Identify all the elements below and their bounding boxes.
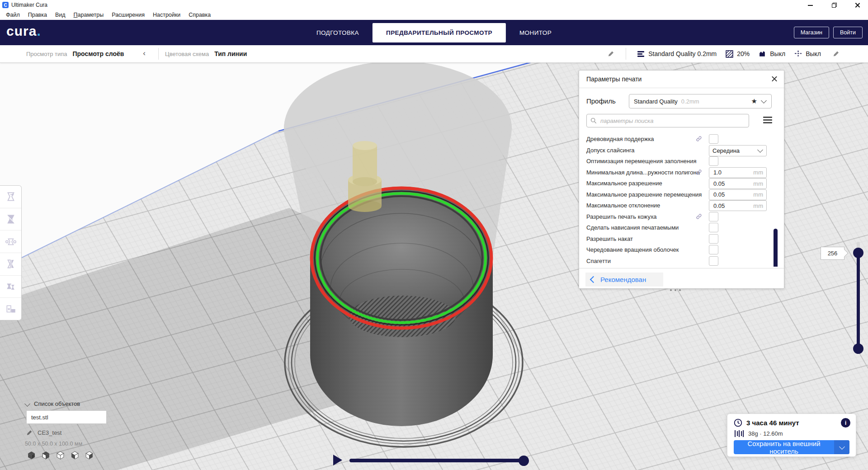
info-icon[interactable]: i [841, 418, 850, 428]
profile-summary[interactable]: Standard Quality 0.2mm [648, 50, 717, 57]
chevron-down-icon [839, 444, 845, 450]
minimize-icon[interactable] [807, 2, 814, 8]
setting-row: Максимальное разрешение mm [579, 178, 784, 189]
menu-bar: Файл Правка Вид Параметры Расширения Нас… [0, 10, 868, 20]
hamburger-icon[interactable] [763, 117, 772, 125]
view-top-icon[interactable] [56, 451, 65, 460]
tab-preview[interactable]: ПРЕДВАРИТЕЛЬНЫЙ ПРОСМОТР [373, 23, 506, 42]
menu-extensions[interactable]: Расширения [108, 12, 149, 18]
pencil-icon [26, 429, 33, 436]
printer-name-row[interactable]: CE3_test [26, 429, 61, 436]
print-time: 3 часа 46 минут [746, 419, 799, 427]
panel-resize-handle[interactable] [670, 289, 681, 291]
per-model-settings-icon[interactable] [0, 276, 21, 298]
view-type-dropdown[interactable]: Просмотр слоёв [72, 50, 124, 57]
object-list-item[interactable] [26, 410, 107, 424]
setting-row: Разрешить печать кожуха [579, 212, 784, 223]
alternate-skin-rotation-checkbox[interactable] [709, 245, 718, 254]
view-right-icon[interactable] [85, 451, 94, 460]
settings-scrollbar[interactable] [774, 229, 778, 267]
setting-row: Разрешить накат [579, 234, 784, 245]
model-dimensions: 50.0 x 50.0 x 100.0 мм [25, 441, 82, 447]
view-left-icon[interactable] [71, 451, 79, 460]
profile-label: Профиль [586, 97, 616, 105]
tree-support-checkbox[interactable] [709, 134, 718, 144]
view-3d-icon[interactable] [27, 451, 36, 460]
pencil-icon[interactable] [608, 50, 615, 57]
menu-file[interactable]: Файл [2, 12, 24, 18]
clock-icon [734, 418, 742, 427]
support-blocker-icon[interactable] [0, 298, 21, 320]
scale-tool-icon[interactable] [0, 208, 21, 231]
panel-header: Параметры печати [579, 70, 784, 88]
layer-slider-lower-handle[interactable] [853, 343, 863, 354]
mirror-tool-icon[interactable] [0, 253, 21, 276]
layer-slider-track[interactable] [857, 251, 860, 350]
setting-row: Допуск слайсинга Середина [579, 145, 784, 156]
search-icon [590, 118, 597, 124]
coasting-checkbox[interactable] [709, 234, 718, 244]
min-polygon-circumference-field[interactable]: mm [709, 167, 767, 178]
make-overhang-printable-checkbox[interactable] [709, 223, 718, 232]
material-usage: 38g · 12.60m [748, 430, 783, 437]
menu-edit[interactable]: Правка [24, 12, 51, 18]
play-icon[interactable] [333, 455, 342, 465]
support-icon [759, 50, 766, 57]
star-icon[interactable]: ★ [751, 97, 757, 105]
max-travel-resolution-field[interactable]: mm [709, 189, 767, 200]
slicing-tolerance-dropdown[interactable]: Середина [709, 145, 767, 156]
support-summary[interactable]: Выкл [770, 50, 785, 57]
layer-slider-upper-handle[interactable] [853, 248, 863, 258]
draft-shield-checkbox[interactable] [709, 212, 718, 221]
simulation-slider-handle[interactable] [519, 456, 529, 466]
link-icon [696, 169, 702, 175]
rotate-tool-icon[interactable] [0, 230, 21, 253]
window-titlebar: C Ultimaker Cura [0, 0, 868, 10]
link-icon [696, 213, 702, 220]
object-name-field[interactable] [27, 414, 104, 421]
model-cylinder[interactable] [310, 187, 493, 426]
tool-panel [0, 185, 22, 320]
spaghetti-checkbox[interactable] [709, 256, 718, 266]
color-scheme-label: Цветовая схема [165, 51, 209, 57]
chevron-down-icon [24, 401, 30, 407]
adhesion-summary[interactable]: Выкл [806, 50, 821, 57]
tab-monitor[interactable]: МОНИТОР [506, 20, 565, 45]
settings-search[interactable] [586, 114, 749, 127]
infill-summary[interactable]: 20% [737, 50, 750, 57]
infill-travel-optimization-checkbox[interactable] [709, 156, 718, 166]
profile-dropdown[interactable]: Standard Quality 0.2mm ★ [629, 94, 772, 108]
view-front-icon[interactable] [42, 451, 50, 460]
layer-number-badge: 256 [821, 247, 844, 260]
max-resolution-field[interactable]: mm [709, 178, 767, 189]
menu-view[interactable]: Вид [51, 12, 70, 18]
pencil-icon[interactable] [833, 50, 840, 57]
max-deviation-field[interactable]: mm [709, 200, 767, 211]
setting-row: Максимальное разрешение перемещения mm [579, 189, 784, 201]
search-input[interactable] [599, 117, 737, 125]
recommended-mode-link[interactable]: Рекомендован [585, 273, 663, 287]
close-icon[interactable] [771, 75, 778, 82]
main-header: cura. ПОДГОТОВКА ПРЕДВАРИТЕЛЬНЫЙ ПРОСМОТ… [0, 20, 868, 45]
move-tool-icon[interactable] [0, 186, 21, 208]
simulation-slider-track[interactable] [349, 459, 525, 462]
menu-help[interactable]: Справка [184, 12, 215, 18]
tab-prepare[interactable]: ПОДГОТОВКА [303, 20, 373, 45]
chevron-left-icon [590, 276, 597, 283]
save-options-dropdown[interactable] [834, 440, 849, 454]
close-icon[interactable] [854, 2, 861, 8]
setting-row: Древовидная поддержка [579, 134, 784, 145]
view-type-label: Просмотр типа [26, 51, 67, 57]
object-list-toggle[interactable]: Список объектов [25, 400, 80, 407]
color-scheme-dropdown[interactable]: Тип линии [214, 50, 247, 57]
save-to-removable-button[interactable]: Сохранить на внешний носитель [734, 440, 849, 454]
menu-settings[interactable]: Параметры [70, 12, 108, 18]
menu-preferences[interactable]: Настройки [149, 12, 184, 18]
print-job-panel: 3 часа 46 минут i 38g · 12.60m Сохранить… [727, 414, 856, 457]
sign-in-button[interactable]: Войти [833, 27, 863, 38]
camera-view-presets [27, 451, 94, 460]
collapse-chevron-icon[interactable]: ‹ [143, 49, 146, 58]
marketplace-button[interactable]: Магазин [794, 27, 829, 38]
restore-icon[interactable] [831, 2, 837, 8]
setting-row: Сделать нависания печатаемыми [579, 222, 784, 234]
